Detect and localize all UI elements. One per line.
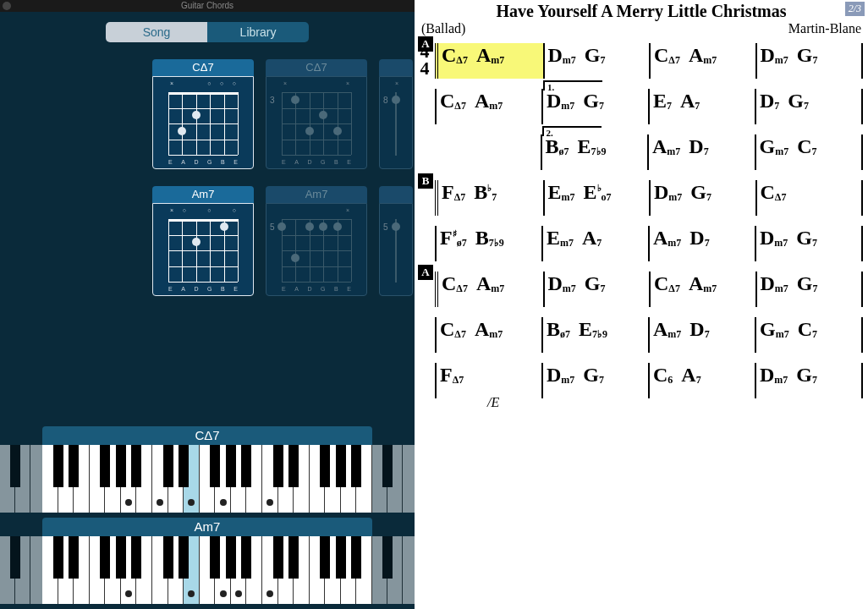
- guitar-row: Am7 ×○○○ EADGBE Am7 5 ×: [0, 186, 415, 296]
- bar[interactable]: Gm7C7: [755, 317, 863, 353]
- fretboard: ×○○○ EADGBE: [152, 76, 254, 169]
- piano-side: [372, 536, 415, 604]
- bar[interactable]: CΔ7Am7: [435, 317, 541, 353]
- piano-label: CΔ7: [42, 426, 372, 445]
- tab-group: Song Library: [106, 22, 309, 42]
- chord-label: Am7: [152, 186, 254, 203]
- piano-side: [0, 445, 42, 513]
- bar[interactable]: Dm7G7: [649, 180, 755, 216]
- bar[interactable]: CΔ7Am7: [649, 272, 755, 307]
- bar[interactable]: Bø7E7♭9: [541, 317, 648, 353]
- chord-label: [379, 59, 413, 76]
- piano-label: Am7: [42, 518, 372, 536]
- piano-side: [0, 536, 42, 604]
- song-title: Have Yourself A Merry Little Christmas: [421, 2, 861, 21]
- fretboard: 5: [379, 203, 413, 296]
- guitar-card-main[interactable]: CΔ7 ×○○○ EADGBE: [152, 59, 254, 169]
- bar[interactable]: Dm7G7: [755, 363, 863, 398]
- chord-label: CΔ7: [266, 59, 367, 76]
- bar[interactable]: F♯ø7B7♭9: [435, 226, 541, 261]
- fretboard: 3 ×× EADGBE: [266, 76, 367, 169]
- bar[interactable]: /EFΔ7: [435, 363, 541, 398]
- bar[interactable]: E7A7: [648, 89, 755, 124]
- guitar-card-alt[interactable]: 5: [379, 186, 413, 296]
- app-title: Guitar Chords: [181, 1, 233, 10]
- bar[interactable]: Am7D7: [648, 317, 755, 353]
- close-icon[interactable]: [3, 2, 11, 10]
- bar[interactable]: Am7D7: [647, 134, 755, 170]
- bar[interactable]: C6A7: [648, 363, 755, 398]
- bar[interactable]: Dm7G7: [755, 226, 863, 261]
- bar[interactable]: CΔ7: [755, 180, 864, 216]
- piano-side: [372, 445, 415, 513]
- guitar-row: CΔ7 ×○○○ EADGBE CΔ7 3 ××: [0, 59, 415, 169]
- bar[interactable]: Gm7C7: [755, 134, 864, 170]
- fretboard: ×○○○ EADGBE: [152, 203, 254, 296]
- bar[interactable]: 1.Dm7G7: [541, 89, 648, 124]
- sheet-body: A44CΔ7Am7Dm7G7CΔ7Am7Dm7G7CΔ7Am71.Dm7G7E7…: [415, 36, 868, 398]
- guitar-chord-rows: CΔ7 ×○○○ EADGBE CΔ7 3 ××: [0, 42, 415, 296]
- bar[interactable]: Dm7G7: [755, 272, 864, 307]
- bar[interactable]: CΔ7Am7: [435, 43, 543, 79]
- composer: Martin-Blane: [421, 21, 861, 36]
- sheet-panel[interactable]: 2/3 Have Yourself A Merry Little Christm…: [415, 0, 868, 609]
- guitar-card-alt[interactable]: 8 ×: [379, 59, 413, 169]
- bar[interactable]: [435, 134, 541, 170]
- bar[interactable]: CΔ7Am7: [649, 43, 755, 79]
- guitar-card-main[interactable]: Am7 ×○○○ EADGBE: [152, 186, 254, 296]
- chord-panel: Guitar Chords Song Library CΔ7 ×○○○ EADG…: [0, 0, 415, 609]
- piano-card[interactable]: Am7: [0, 518, 415, 604]
- chord-label: Am7: [266, 186, 367, 203]
- chord-label: [379, 186, 413, 203]
- bar[interactable]: D7G7: [755, 89, 863, 124]
- bar[interactable]: Dm7G7: [543, 43, 650, 79]
- bar[interactable]: Em7A7: [541, 226, 648, 261]
- chord-label: CΔ7: [152, 59, 254, 76]
- bar[interactable]: 2.Bø7E7♭9: [541, 134, 648, 170]
- bar[interactable]: Dm7G7: [543, 272, 650, 307]
- tab-song[interactable]: Song: [106, 22, 207, 42]
- bar[interactable]: Dm7G7: [755, 43, 864, 79]
- bar[interactable]: CΔ7Am7: [435, 89, 541, 124]
- bar[interactable]: Dm7G7: [541, 363, 648, 398]
- title-bar: Guitar Chords: [0, 0, 415, 12]
- sheet-header: 2/3 Have Yourself A Merry Little Christm…: [415, 0, 868, 36]
- bar[interactable]: Am7D7: [648, 226, 755, 261]
- piano-keys: [42, 445, 372, 513]
- tab-library[interactable]: Library: [207, 22, 309, 42]
- bar[interactable]: FΔ7B♭7: [435, 180, 543, 216]
- bar[interactable]: Em7E♭o7: [543, 180, 650, 216]
- guitar-card-alt[interactable]: Am7 5 × EADGBE: [266, 186, 367, 296]
- fretboard: 8 ×: [379, 76, 413, 169]
- bar[interactable]: CΔ7Am7: [435, 272, 543, 307]
- piano-keys: [42, 536, 372, 604]
- piano-card[interactable]: CΔ7: [0, 426, 415, 513]
- fretboard: 5 × EADGBE: [266, 203, 367, 296]
- guitar-card-alt[interactable]: CΔ7 3 ×× EADGBE: [266, 59, 367, 169]
- page-badge: 2/3: [845, 2, 865, 16]
- piano-section: CΔ7 Am7: [0, 421, 415, 609]
